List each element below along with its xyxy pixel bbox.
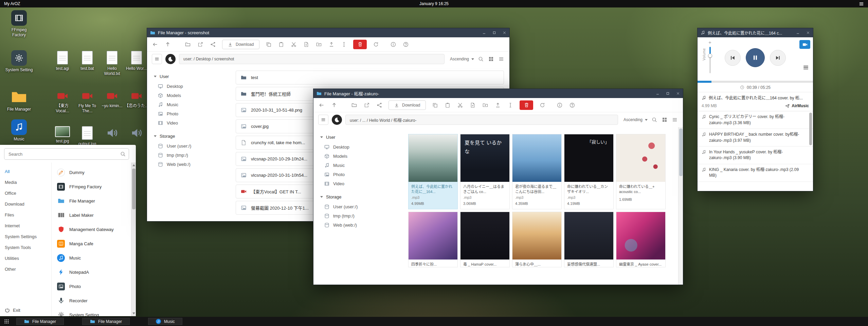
download-button[interactable]: Download xyxy=(388,100,426,110)
close-button[interactable] xyxy=(803,28,813,37)
taskbar-item-file-manager-2[interactable]: File Manager xyxy=(82,318,130,325)
file-tile[interactable]: 「寂しい」 命に嫌われている＿カンザキイオリ... .mp3 4.19MB xyxy=(564,134,614,209)
refresh-button[interactable] xyxy=(373,41,379,48)
delete-button[interactable] xyxy=(520,100,533,110)
sidebar-item-tmp-drive[interactable]: tmp (tmp:/) xyxy=(320,211,399,220)
sidebar-item-user-drive[interactable]: User (user:/) xyxy=(320,202,399,211)
volume-track[interactable] xyxy=(709,47,711,73)
launcher-item-ffmpeg-factory[interactable]: FFmpeg Factory xyxy=(52,179,136,194)
file-tile[interactable]: 夏を見て いるかな 八月のレイニー＿はるまきごはん co... .mp3 3.0… xyxy=(460,134,510,209)
new-file-button[interactable] xyxy=(303,41,310,48)
playlist-item[interactable]: KING _ Kanaria cover. by 柘榴-zakuro-.mp3 … xyxy=(698,164,813,182)
desktop-file[interactable]: Hello Wor... xyxy=(124,51,149,71)
category-utilities[interactable]: Utilities xyxy=(0,253,51,264)
scroll-down-icon[interactable] xyxy=(132,312,135,314)
app-launcher-button[interactable] xyxy=(3,318,10,325)
properties-button[interactable] xyxy=(390,41,397,48)
open-button[interactable] xyxy=(184,41,191,48)
sidebar-toggle-button[interactable] xyxy=(318,115,328,125)
launcher-item-management-gateway[interactable]: Management Gateway xyxy=(52,222,136,236)
rename-button[interactable] xyxy=(507,102,514,109)
sidebar-item-web-drive[interactable]: Web (web:/) xyxy=(320,220,399,230)
paste-button[interactable] xyxy=(444,102,451,109)
file-tile[interactable]: 妄想感傷代償連盟... xyxy=(564,212,614,267)
desktop-file[interactable]: 【東方Vocal... xyxy=(50,90,75,114)
dark-mode-button[interactable] xyxy=(165,54,176,64)
launcher-item-label-maker[interactable]: Label Maker xyxy=(52,208,136,222)
open-new-window-button[interactable] xyxy=(197,41,204,48)
search-button[interactable] xyxy=(477,56,484,62)
back-button[interactable] xyxy=(152,41,159,48)
minimize-button[interactable] xyxy=(652,89,663,98)
sidebar-item-video[interactable]: Video xyxy=(154,118,233,128)
taskbar-item-file-manager-1[interactable]: File Manager xyxy=(16,318,64,325)
desktop-file[interactable] xyxy=(124,127,149,141)
sidebar-section-user[interactable]: User xyxy=(154,74,233,79)
desktop-icon-music[interactable]: Music xyxy=(5,119,33,142)
close-button[interactable] xyxy=(673,89,683,98)
launcher-item-notepada[interactable]: NotepadA xyxy=(52,265,136,279)
sidebar-section-storage[interactable]: Storage xyxy=(154,134,233,139)
new-file-button[interactable] xyxy=(469,102,476,109)
open-button[interactable] xyxy=(351,102,358,109)
open-new-window-button[interactable] xyxy=(363,102,370,109)
back-button[interactable] xyxy=(318,102,325,109)
file-tile[interactable]: 命に嫌われている＿+ acoustic co... 1.69MB xyxy=(616,134,666,209)
sidebar-section-user[interactable]: User xyxy=(320,135,399,140)
delete-button[interactable] xyxy=(353,40,367,49)
volume-knob[interactable] xyxy=(708,54,712,58)
launcher-item-music[interactable]: Music xyxy=(52,251,136,265)
pause-button[interactable] xyxy=(746,48,765,67)
file-tile[interactable]: 四季折々に扮... xyxy=(408,212,458,267)
maximize-button[interactable] xyxy=(663,89,673,98)
launcher-item-photo[interactable]: Photo xyxy=(52,279,136,293)
desktop-file[interactable]: Fly Me To The... xyxy=(75,90,100,114)
category-internet[interactable]: Internet xyxy=(0,220,51,231)
playlist-item[interactable]: Cynic _ ポリスピカデリー cover. by 柘榴-zakuro-.mp… xyxy=(698,111,813,129)
share-button[interactable] xyxy=(376,102,383,109)
category-files[interactable]: Files xyxy=(0,209,51,220)
help-button[interactable] xyxy=(569,102,576,109)
sidebar-item-photo[interactable]: Photo xyxy=(154,109,233,118)
list-view-button[interactable] xyxy=(671,116,678,123)
sidebar-item-video[interactable]: Video xyxy=(320,179,399,188)
sidebar-item-photo[interactable]: Photo xyxy=(320,170,399,179)
previous-button[interactable] xyxy=(725,50,741,66)
taskbar-item-music[interactable]: Music xyxy=(148,318,182,325)
file-tile[interactable]: 君が夜の海に還るまで＿こんにちは谷田... .mp3 4.35MB xyxy=(512,134,562,209)
sidebar-item-music[interactable]: Music xyxy=(154,100,233,109)
sort-dropdown[interactable]: Ascending xyxy=(623,117,648,122)
desktop-file[interactable] xyxy=(100,127,124,141)
category-all[interactable]: All xyxy=(0,166,51,177)
search-button[interactable] xyxy=(651,116,658,123)
grid-view-button[interactable] xyxy=(661,116,668,123)
paste-button[interactable] xyxy=(278,41,285,48)
scrollbar[interactable] xyxy=(678,127,683,285)
category-download[interactable]: Download xyxy=(0,198,51,209)
cut-button[interactable] xyxy=(457,102,464,109)
category-office[interactable]: Office xyxy=(0,188,51,198)
properties-button[interactable] xyxy=(556,102,563,109)
download-button[interactable]: Download xyxy=(222,40,259,49)
desktop-file[interactable]: 【恋のうた... xyxy=(124,90,149,109)
category-system-settings[interactable]: System Settings xyxy=(0,231,51,242)
sidebar-item-user-drive[interactable]: User (user:/) xyxy=(154,141,233,151)
desktop-icon-file-manager[interactable]: File Manager xyxy=(5,89,33,112)
copy-button[interactable] xyxy=(265,41,272,48)
volume-slider[interactable]: Volume xyxy=(703,41,717,79)
desktop-icon-ffmpeg-factory[interactable]: FFmpeg Factory xyxy=(5,10,33,38)
copy-button[interactable] xyxy=(432,102,438,109)
file-tile[interactable]: 毒 _ HamaP cover... xyxy=(460,212,510,267)
desktop-file[interactable]: test.bat xyxy=(75,51,100,71)
sidebar-item-desktop[interactable]: Desktop xyxy=(154,82,233,91)
sidebar-toggle-button[interactable] xyxy=(152,54,162,64)
breadcrumb[interactable]: user: / ... / Hello World / 柘榴-zakuro- xyxy=(345,115,618,125)
desktop-icon-system-setting[interactable]: System Setting xyxy=(5,50,33,73)
refresh-button[interactable] xyxy=(539,102,546,109)
list-view-button[interactable] xyxy=(498,56,505,62)
next-button[interactable] xyxy=(770,50,786,66)
file-tile-selected[interactable]: 例えば、今此処に置かれた花に＿164... .mp3 4.99MB xyxy=(408,134,458,209)
launcher-item-dummy[interactable]: Dummy xyxy=(52,165,136,179)
cut-button[interactable] xyxy=(290,41,297,48)
new-folder-button[interactable] xyxy=(315,41,322,48)
